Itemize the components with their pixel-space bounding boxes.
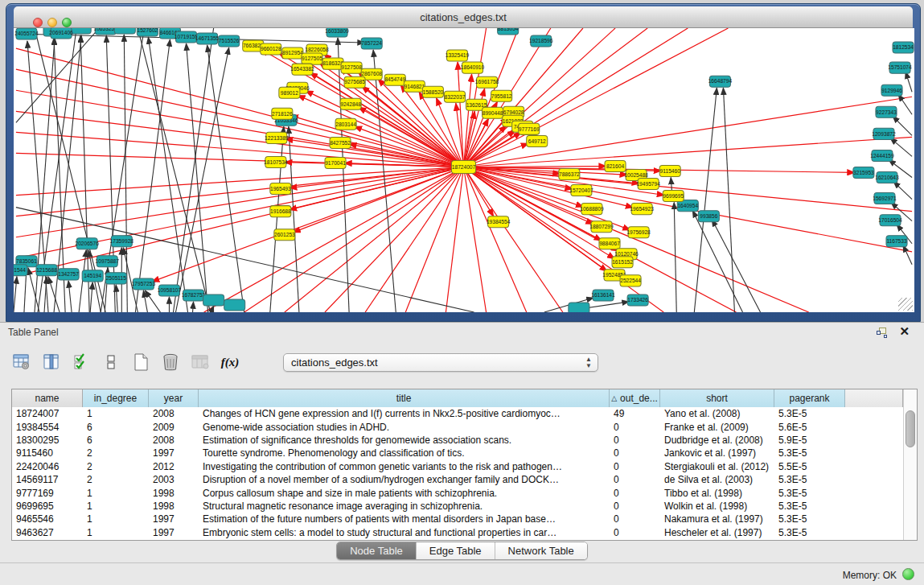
graph-node[interactable]: 9115460 xyxy=(659,165,680,176)
table-cell[interactable]: Disruption of a novel member of a sodium… xyxy=(199,474,610,485)
graph-node[interactable]: 19384554 xyxy=(487,216,511,228)
column-header-name[interactable]: name xyxy=(12,389,83,407)
graph-node[interactable]: 16033809 xyxy=(325,28,349,37)
graph-node[interactable]: 8454749 xyxy=(384,74,405,85)
graph-node[interactable]: 19495794 xyxy=(636,179,660,190)
graph-node[interactable]: 3215953 xyxy=(853,167,874,178)
table-cell[interactable]: 9115460 xyxy=(12,447,83,459)
column-header-in_degree[interactable]: in_degree xyxy=(83,389,149,407)
window-resize-grip[interactable] xyxy=(898,298,913,311)
table-cell[interactable]: Stergiakouli et al. (2012) xyxy=(660,461,774,472)
table-cell[interactable]: 0 xyxy=(610,527,660,538)
new-table-button[interactable] xyxy=(130,352,151,373)
graph-node[interactable] xyxy=(569,303,589,312)
graph-node[interactable]: 1812534 xyxy=(893,42,914,53)
table-cell[interactable]: Changes of HCN gene expression and I(f) … xyxy=(199,408,610,419)
graph-node[interactable]: 9129946 xyxy=(881,84,902,96)
table-cell[interactable]: 2 xyxy=(83,461,149,472)
graph-node[interactable]: 10688809 xyxy=(580,204,604,215)
table-row[interactable]: 1830029562008Estimation of significance … xyxy=(12,434,903,447)
graph-node[interactable]: 1965493 xyxy=(270,183,291,195)
table-cell[interactable]: 18300295 xyxy=(12,435,83,446)
graph-node[interactable]: 15751074 xyxy=(888,62,912,73)
row-height-button[interactable] xyxy=(101,352,121,373)
graph-node[interactable]: 16648794 xyxy=(708,76,733,87)
table-cell[interactable]: 2008 xyxy=(149,435,199,446)
table-cell[interactable]: Hescheler et al. (1997) xyxy=(660,527,774,538)
column-header-pagerank[interactable]: pagerank xyxy=(774,389,845,407)
table-cell[interactable]: 6 xyxy=(83,435,149,446)
graph-node[interactable]: 19654923 xyxy=(630,204,654,215)
graph-node[interactable] xyxy=(203,295,224,306)
window-titlebar[interactable]: citations_edges.txt xyxy=(14,6,913,28)
table-cell[interactable]: Yano et al. (2008) xyxy=(660,408,774,419)
column-header-title[interactable]: title xyxy=(199,389,610,407)
graph-node[interactable]: 1916688 xyxy=(270,206,291,217)
tab-network-table[interactable]: Network Table xyxy=(495,542,587,559)
table-cell[interactable]: Structural magnetic resonance image aver… xyxy=(199,501,610,512)
graph-node[interactable]: 16782753 xyxy=(182,290,206,301)
graph-node[interactable] xyxy=(114,28,135,34)
column-header-out_de[interactable]: △out_de... xyxy=(610,389,660,407)
table-cell[interactable]: 5.3E-5 xyxy=(774,513,845,525)
table-row[interactable]: 1456911722003Disruption of a novel membe… xyxy=(12,473,903,486)
table-cell[interactable]: 6 xyxy=(83,422,149,433)
graph-node[interactable]: 17016504 xyxy=(878,215,902,226)
graph-node[interactable]: 8990448 xyxy=(483,107,503,118)
float-panel-icon[interactable] xyxy=(877,328,887,337)
table-row[interactable]: 946362711997Embryonic stem cells: a mode… xyxy=(12,526,903,539)
network-view[interactable]: 2405572410653257152760284661601071915514… xyxy=(14,28,914,312)
table-cell[interactable]: 2012 xyxy=(149,461,199,472)
table-cell[interactable]: 5.3E-5 xyxy=(774,447,845,459)
graph-node[interactable]: 145194 xyxy=(82,270,103,282)
graph-node[interactable]: 821604 xyxy=(605,160,626,171)
graph-node[interactable]: 8322037 xyxy=(444,91,465,102)
graph-node[interactable]: 7515526 xyxy=(219,35,240,47)
table-row[interactable]: 911546021997Tourette syndrome. Phenomeno… xyxy=(12,447,903,459)
graph-node[interactable]: 20691406 xyxy=(49,28,73,39)
graph-node[interactable]: 1167533 xyxy=(886,236,907,247)
graph-node[interactable]: 1615152 xyxy=(612,257,633,268)
table-cell[interactable]: 1998 xyxy=(149,501,199,512)
graph-node[interactable]: 1588520 xyxy=(422,86,443,97)
table-cell[interactable]: 18724007 xyxy=(12,408,83,419)
table-cell[interactable]: Franke et al. (2009) xyxy=(660,422,774,433)
table-cell[interactable]: 1 xyxy=(83,527,149,538)
graph-node[interactable]: 9660128 xyxy=(261,43,281,55)
graph-node[interactable]: 8813054 xyxy=(498,28,519,35)
graph-node[interactable]: 15692971 xyxy=(873,193,897,204)
table-cell[interactable]: 1998 xyxy=(149,488,199,499)
graph-node[interactable]: 10975887 xyxy=(96,256,120,267)
table-cell[interactable]: Estimation of the future numbers of pati… xyxy=(199,513,610,525)
graph-node[interactable]: 8427552 xyxy=(330,137,351,148)
table-cell[interactable]: 1997 xyxy=(149,513,199,525)
table-cell[interactable]: 0 xyxy=(610,513,660,525)
memory-ok-indicator[interactable] xyxy=(902,568,914,580)
table-cell[interactable]: 0 xyxy=(610,435,660,446)
table-cell[interactable]: 5.3E-5 xyxy=(774,488,845,499)
column-header-year[interactable]: year xyxy=(149,389,199,407)
graph-node[interactable]: 16136141 xyxy=(591,290,615,301)
table-cell[interactable]: 5.3E-5 xyxy=(774,527,845,538)
table-row[interactable]: 2242004622012Investigating the contribut… xyxy=(12,460,903,473)
table-cell[interactable]: 5.5E-5 xyxy=(774,461,845,472)
close-panel-icon[interactable]: ✕ xyxy=(899,324,910,339)
graph-node[interactable]: 9170041 xyxy=(325,157,346,168)
table-cell[interactable]: 2008 xyxy=(149,408,199,419)
graph-node[interactable]: 2505115 xyxy=(105,273,126,284)
table-cell[interactable]: 0 xyxy=(610,474,660,485)
graph-node[interactable]: 16543382 xyxy=(290,64,314,75)
table-cell[interactable]: 0 xyxy=(610,447,660,459)
select-all-button[interactable] xyxy=(71,352,92,373)
table-cell[interactable]: Tourette syndrome. Phenomenology and cla… xyxy=(199,447,610,459)
graph-node[interactable] xyxy=(224,299,245,311)
tab-node-table[interactable]: Node Table xyxy=(337,542,417,559)
table-cell[interactable]: Tibbo et al. (1998) xyxy=(660,488,774,499)
graph-node[interactable]: 19756928 xyxy=(626,227,651,238)
table-cell[interactable]: 1 xyxy=(83,408,149,419)
graph-node[interactable]: 1733426 xyxy=(627,295,648,306)
graph-node[interactable]: 19218596 xyxy=(529,35,553,47)
graph-node[interactable]: 16210643 xyxy=(875,172,899,183)
graph-node[interactable]: 16961758 xyxy=(475,76,499,88)
table-row[interactable]: 946554611997Estimation of the future num… xyxy=(12,513,903,525)
